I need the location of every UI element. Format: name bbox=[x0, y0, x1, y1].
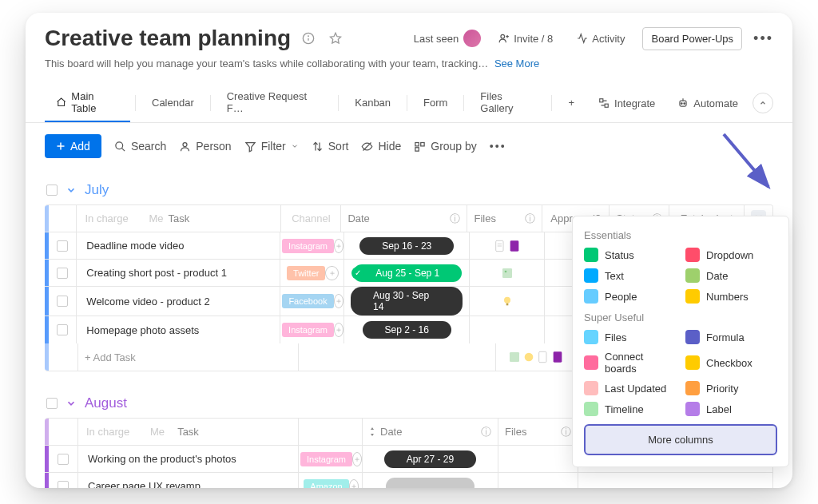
column-type-option[interactable]: Files bbox=[584, 330, 676, 344]
col-files[interactable]: Filesⓘ bbox=[467, 205, 542, 232]
tab-form[interactable]: Form bbox=[412, 90, 459, 117]
svg-marker-3 bbox=[330, 33, 340, 43]
svg-rect-31 bbox=[502, 268, 512, 278]
comment-icon[interactable]: ＋ bbox=[325, 266, 339, 280]
chevron-down-icon[interactable] bbox=[66, 398, 77, 409]
toolbar-more-icon[interactable]: ••• bbox=[490, 140, 506, 153]
task-name[interactable]: Homepage photo assets bbox=[83, 324, 199, 336]
invite-button[interactable]: Invite / 8 bbox=[492, 30, 559, 48]
date-pill[interactable]: . bbox=[386, 478, 475, 489]
info-icon[interactable]: ⓘ bbox=[561, 425, 571, 439]
group-by-button[interactable]: Group by bbox=[414, 140, 477, 153]
add-button[interactable]: Add bbox=[45, 134, 101, 158]
search-button[interactable]: Search bbox=[114, 140, 166, 153]
task-name[interactable]: Welcome video - product 2 bbox=[83, 296, 209, 308]
power-ups-button[interactable]: Board Power-Ups bbox=[642, 27, 742, 50]
channel-pill[interactable]: Instagram bbox=[300, 452, 352, 466]
task-name[interactable]: Working on the product's photos bbox=[85, 453, 236, 465]
task-name[interactable]: Career page UX revamp bbox=[85, 480, 201, 488]
table-row[interactable]: Career page UX revampAmazon＋. bbox=[45, 473, 772, 488]
hide-button[interactable]: Hide bbox=[361, 140, 401, 153]
comment-icon[interactable]: ＋ bbox=[334, 323, 343, 337]
info-icon[interactable]: ⓘ bbox=[450, 212, 460, 226]
group-checkbox[interactable] bbox=[46, 398, 58, 409]
tab-calendar[interactable]: Calendar bbox=[141, 90, 205, 117]
row-checkbox[interactable] bbox=[57, 268, 68, 279]
file-icons[interactable] bbox=[494, 239, 521, 253]
tab-files-gallery[interactable]: Files Gallery bbox=[469, 84, 546, 122]
channel-pill[interactable]: Facebook bbox=[282, 294, 333, 308]
column-type-option[interactable]: Date bbox=[685, 268, 777, 283]
task-name[interactable]: Creating short post - product 1 bbox=[83, 267, 227, 279]
column-type-option[interactable]: Priority bbox=[685, 381, 777, 395]
person-filter-button[interactable]: Person bbox=[179, 140, 231, 153]
column-type-option[interactable]: Numbers bbox=[685, 289, 777, 304]
channel-pill[interactable]: Amazon bbox=[304, 479, 348, 489]
col-channel[interactable] bbox=[298, 419, 362, 445]
more-columns-button[interactable]: More columns bbox=[584, 424, 777, 455]
row-checkbox[interactable] bbox=[57, 296, 68, 307]
automate-button[interactable]: Automate bbox=[669, 93, 746, 114]
column-type-option[interactable]: Timeline bbox=[584, 402, 676, 416]
row-checkbox[interactable] bbox=[58, 454, 69, 465]
group-name[interactable]: July bbox=[85, 182, 109, 198]
comment-icon[interactable]: ＋ bbox=[334, 294, 343, 308]
col-date[interactable]: Dateⓘ bbox=[362, 419, 498, 445]
column-type-option[interactable]: Status bbox=[584, 248, 676, 262]
info-icon[interactable] bbox=[299, 29, 318, 48]
group-checkbox[interactable] bbox=[46, 185, 58, 196]
column-type-option[interactable]: Formula bbox=[685, 330, 777, 344]
info-icon[interactable]: ⓘ bbox=[525, 212, 535, 226]
channel-pill[interactable]: Twitter bbox=[287, 266, 325, 280]
date-pill[interactable]: Sep 2 - 16 bbox=[363, 321, 451, 339]
activity-button[interactable]: Activity bbox=[570, 30, 631, 48]
column-type-option[interactable]: People bbox=[584, 289, 676, 304]
svg-point-17 bbox=[116, 141, 123, 149]
date-pill[interactable]: Apr 27 - 29 bbox=[384, 450, 476, 468]
row-checkbox[interactable] bbox=[57, 240, 68, 252]
column-type-option[interactable]: Text bbox=[584, 268, 676, 283]
more-menu-icon[interactable]: ••• bbox=[753, 30, 773, 47]
last-seen[interactable]: Last seen bbox=[414, 30, 481, 47]
column-type-option[interactable]: Last Updated bbox=[584, 381, 676, 395]
tab-main-table[interactable]: Main Table bbox=[45, 84, 130, 122]
column-type-option[interactable]: Label bbox=[685, 402, 777, 416]
row-checkbox[interactable] bbox=[57, 324, 68, 335]
group-name[interactable]: August bbox=[85, 395, 127, 411]
column-picker-panel: Essentials StatusDropdownTextDatePeopleN… bbox=[572, 216, 789, 467]
info-icon[interactable]: ⓘ bbox=[481, 425, 491, 439]
tabs-row: Main Table Calendar Creative Request F… … bbox=[26, 84, 792, 123]
file-icons[interactable] bbox=[501, 294, 514, 308]
filter-button[interactable]: Filter bbox=[244, 140, 299, 153]
col-channel[interactable]: Channel bbox=[280, 205, 340, 232]
panel-section-title: Essentials bbox=[584, 229, 777, 241]
tab-add[interactable]: + bbox=[557, 90, 586, 117]
comment-icon[interactable]: ＋ bbox=[349, 479, 359, 489]
chevron-down-icon[interactable] bbox=[66, 185, 77, 196]
tab-kanban[interactable]: Kanban bbox=[343, 90, 402, 117]
col-date[interactable]: Dateⓘ bbox=[340, 205, 467, 232]
col-task[interactable]: In charge Me Task bbox=[77, 419, 298, 445]
date-pill[interactable]: Sep 16 - 23 bbox=[359, 237, 454, 255]
task-name[interactable]: Deadline mode video bbox=[83, 240, 184, 252]
column-type-option[interactable]: Connect boards bbox=[584, 351, 676, 375]
see-more-link[interactable]: See More bbox=[494, 58, 539, 69]
star-icon[interactable] bbox=[326, 29, 345, 48]
channel-pill[interactable]: Instagram bbox=[282, 239, 334, 253]
comment-icon[interactable]: ＋ bbox=[334, 239, 343, 253]
row-checkbox[interactable] bbox=[58, 481, 69, 489]
tab-creative-request[interactable]: Creative Request F… bbox=[216, 84, 334, 122]
col-task[interactable]: In charge Me Task bbox=[76, 205, 280, 232]
channel-pill[interactable]: Instagram bbox=[282, 323, 334, 337]
collapse-header-button[interactable] bbox=[752, 93, 773, 113]
column-type-option[interactable]: Dropdown bbox=[685, 248, 777, 262]
svg-point-13 bbox=[684, 103, 685, 105]
date-pill[interactable]: Aug 25 - Sep 1 bbox=[353, 264, 462, 282]
comment-icon[interactable]: ＋ bbox=[352, 452, 362, 466]
integrate-button[interactable]: Integrate bbox=[590, 93, 663, 114]
column-type-option[interactable]: Checkbox bbox=[685, 351, 777, 375]
file-icons[interactable] bbox=[501, 266, 514, 280]
col-files[interactable]: Filesⓘ bbox=[498, 419, 578, 445]
sort-button[interactable]: Sort bbox=[312, 140, 349, 153]
date-pill[interactable]: Aug 30 - Sep 14 bbox=[351, 287, 463, 315]
